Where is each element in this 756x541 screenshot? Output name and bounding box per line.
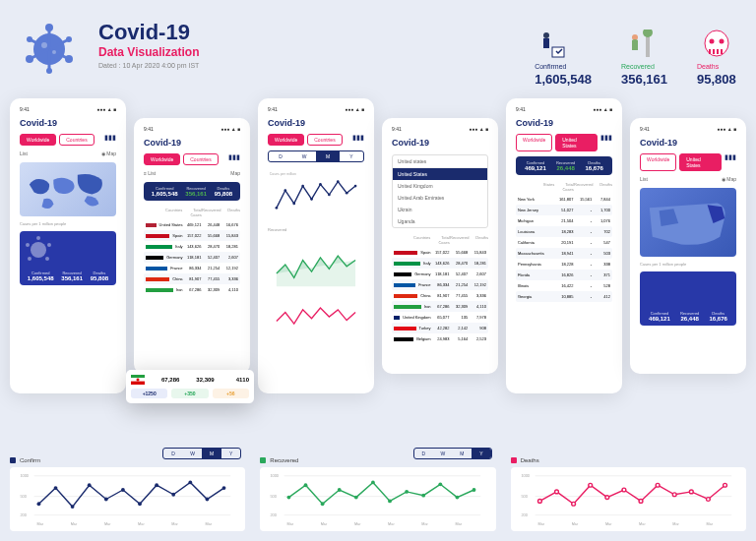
table-row[interactable]: Germany118,18152,4072,607 bbox=[392, 269, 488, 279]
chart-icon[interactable]: ▮▮▮ bbox=[600, 134, 612, 151]
table-row[interactable]: United States469,12126,44816,676 bbox=[144, 219, 240, 230]
bottom-charts: Confirm DWMY 1000500200MarMarMarMarMarMa… bbox=[10, 457, 746, 531]
map-caption: Cases per 1 million people bbox=[636, 260, 740, 269]
time-tabs[interactable]: DWMY bbox=[162, 448, 241, 459]
tab-worldwide[interactable]: Worldwide bbox=[20, 134, 56, 146]
tab-countries[interactable]: Countries bbox=[183, 153, 218, 165]
tab-us[interactable]: United States bbox=[555, 134, 598, 151]
us-virus-card: Confirmed469,121 Recovered26,448 Deaths1… bbox=[640, 271, 736, 326]
dropdown-selected[interactable]: United States bbox=[393, 168, 487, 180]
tab-worldwide[interactable]: Worldwide bbox=[144, 153, 180, 165]
phone-us-map: 9:41●●● ▲ ■ Covid-19 Worldwide United St… bbox=[630, 118, 746, 374]
svg-rect-25 bbox=[713, 49, 715, 54]
list-toggle[interactable]: List bbox=[640, 176, 648, 182]
table-row[interactable]: France86,33421,25412,192 bbox=[392, 279, 488, 290]
us-map[interactable] bbox=[640, 188, 736, 257]
delta-deaths: +56 bbox=[213, 389, 249, 398]
tab-worldwide[interactable]: Worldwide bbox=[268, 134, 304, 146]
table-row[interactable]: Italy143,62628,47018,281 bbox=[392, 258, 488, 269]
status-time: 9:41 bbox=[144, 126, 154, 132]
table-row[interactable]: Spain157,02255,66815,843 bbox=[144, 230, 240, 241]
map-toggle[interactable]: Map bbox=[230, 170, 240, 176]
tab-countries[interactable]: Countries bbox=[307, 134, 342, 146]
dropdown-item[interactable]: United Kingdom bbox=[393, 180, 487, 192]
table-row[interactable]: France86,33421,25412,192 bbox=[144, 263, 240, 273]
table-row[interactable]: New York161,80715,5617,844 bbox=[516, 194, 612, 205]
dropdown-input[interactable]: United states bbox=[393, 155, 487, 168]
svg-text:Cases per million: Cases per million bbox=[270, 172, 296, 176]
recovered-chart bbox=[268, 235, 364, 294]
table-row[interactable]: Michigan21,504-1,076 bbox=[516, 215, 612, 226]
table-row[interactable]: Louisiana18,283-702 bbox=[516, 226, 612, 237]
svg-text:Mar: Mar bbox=[138, 522, 145, 526]
flag-icon bbox=[394, 305, 421, 309]
status-time: 9:41 bbox=[268, 106, 278, 112]
map-toggle[interactable]: ◉ Map bbox=[101, 150, 116, 156]
country-dropdown[interactable]: United states United States United Kingd… bbox=[392, 154, 488, 228]
time-range-tabs[interactable]: D W M Y bbox=[268, 150, 364, 162]
table-row[interactable]: Florida16,826-371 bbox=[516, 270, 612, 280]
bottom-chart-deaths: Deaths 1000500200MarMarMarMarMarMar bbox=[511, 457, 746, 531]
table-row[interactable]: California20,191-547 bbox=[516, 237, 612, 248]
svg-point-58 bbox=[88, 483, 92, 487]
table-row[interactable]: Spain157,02255,66815,843 bbox=[392, 247, 488, 258]
table-row[interactable]: Iran67,28632,3094,110 bbox=[144, 284, 240, 295]
chart-icon[interactable]: ▮▮▮ bbox=[352, 134, 364, 146]
chart-icon[interactable]: ▮▮▮ bbox=[228, 153, 240, 165]
svg-point-82 bbox=[338, 488, 342, 492]
flag-icon bbox=[146, 256, 163, 260]
flag-icon bbox=[146, 245, 172, 249]
table-row[interactable]: Belgium24,9835,1642,523 bbox=[392, 333, 488, 344]
map-caption: Cases per 1 million people bbox=[16, 219, 120, 228]
table-row[interactable]: Illinois16,422-528 bbox=[516, 280, 612, 291]
svg-point-64 bbox=[188, 481, 192, 485]
table-row[interactable]: Massachusetts18,941-503 bbox=[516, 248, 612, 259]
table-row[interactable]: China81,90777,4553,336 bbox=[144, 273, 240, 284]
legend-label: Confirm bbox=[20, 457, 40, 463]
table-row[interactable]: Georgia10,885-412 bbox=[516, 291, 612, 302]
chart-icon[interactable]: ▮▮▮ bbox=[104, 134, 116, 146]
status-icons: ●●● ▲ ■ bbox=[345, 106, 364, 112]
world-map[interactable] bbox=[20, 162, 116, 216]
table-row[interactable]: United Kingdom65,0771357,978 bbox=[392, 312, 488, 323]
tab-countries[interactable]: Countries bbox=[59, 134, 94, 146]
table-row[interactable]: New Jersey51,027-1,700 bbox=[516, 205, 612, 215]
confirmed-chart: Cases per million bbox=[268, 165, 364, 224]
table-row[interactable]: China81,90777,4553,336 bbox=[392, 290, 488, 301]
svg-text:200: 200 bbox=[521, 513, 527, 517]
table-row[interactable]: Turkey42,2822,142908 bbox=[392, 323, 488, 333]
dropdown-item[interactable]: Uganda bbox=[393, 215, 487, 227]
list-toggle[interactable]: List bbox=[20, 150, 28, 156]
tab-worldwide[interactable]: Worldwide bbox=[516, 134, 552, 151]
phone-us-states: 9:41●●● ▲ ■ Covid-19 Worldwide United St… bbox=[506, 98, 622, 393]
tab-us[interactable]: United States bbox=[679, 153, 722, 171]
dropdown-item[interactable]: Ukrain bbox=[393, 204, 487, 215]
list-toggle[interactable]: ≡ List bbox=[144, 170, 156, 176]
svg-text:Mar: Mar bbox=[422, 522, 429, 526]
flag-icon bbox=[394, 294, 417, 298]
svg-text:Mar: Mar bbox=[571, 522, 578, 526]
status-icons: ●●● ▲ ■ bbox=[717, 126, 736, 132]
chart-icon[interactable]: ▮▮▮ bbox=[724, 153, 736, 171]
table-row[interactable]: Italy143,62628,47018,281 bbox=[144, 241, 240, 252]
svg-text:Mar: Mar bbox=[104, 522, 111, 526]
status-time: 9:41 bbox=[516, 106, 526, 112]
time-tabs[interactable]: DWMY bbox=[413, 448, 492, 459]
stat-value: 1,605,548 bbox=[535, 72, 592, 87]
status-icons: ●●● ▲ ■ bbox=[96, 106, 116, 112]
map-toggle[interactable]: ◉ Map bbox=[722, 176, 736, 182]
table-row[interactable]: Iran67,28632,3094,110 bbox=[392, 301, 488, 312]
phone-mockups: 9:41●●● ▲ ■ Covid-19 Worldwide Countries… bbox=[10, 98, 746, 393]
table-row[interactable]: Germany118,18152,4072,607 bbox=[144, 252, 240, 263]
svg-point-89 bbox=[456, 496, 460, 500]
svg-text:Mar: Mar bbox=[321, 522, 328, 526]
phone-title: Covid-19 bbox=[140, 134, 244, 151]
dropdown-item[interactable]: United Arab Emirates bbox=[393, 192, 487, 204]
svg-rect-24 bbox=[709, 49, 711, 54]
svg-point-42 bbox=[301, 185, 304, 188]
svg-rect-27 bbox=[721, 49, 723, 54]
svg-point-44 bbox=[319, 183, 322, 186]
table-row[interactable]: Pennsylvania18,228-338 bbox=[516, 259, 612, 270]
flag-icon bbox=[394, 316, 400, 320]
tab-worldwide[interactable]: Worldwide bbox=[640, 153, 676, 171]
